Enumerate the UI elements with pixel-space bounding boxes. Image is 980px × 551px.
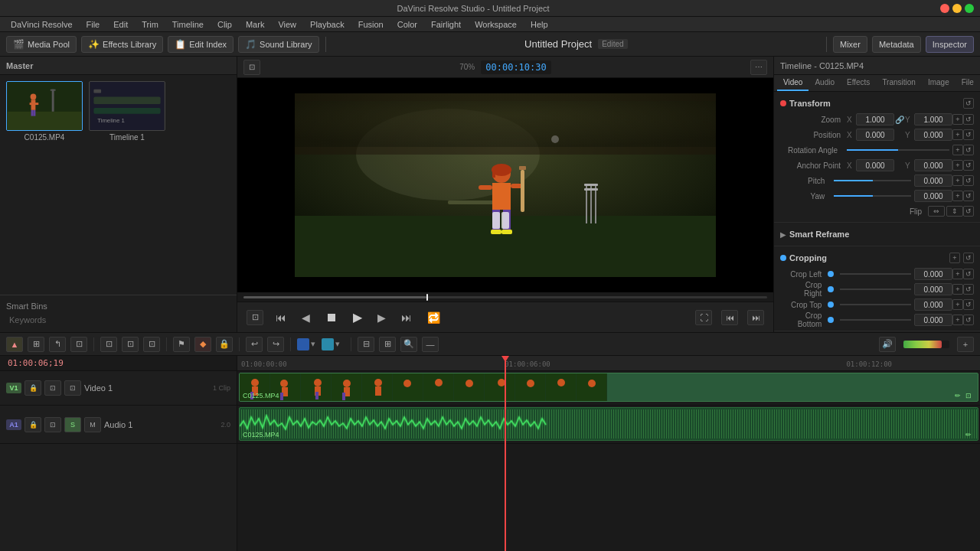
menu-davinci[interactable]: DaVinci Resolve	[5, 19, 79, 30]
tl-zoom-out-btn[interactable]: ⊟	[358, 337, 374, 352]
tl-zoom-in-btn[interactable]: ⊞	[379, 337, 396, 352]
scrubber-track[interactable]	[243, 296, 767, 298]
tl-search-btn[interactable]: 🔍	[400, 337, 417, 352]
v1-lock-btn[interactable]: 🔒	[24, 380, 41, 396]
tl-link-btn[interactable]: ↰	[49, 337, 66, 352]
preview-settings-btn[interactable]: ⋯	[750, 60, 767, 75]
menu-edit[interactable]: Edit	[107, 19, 134, 30]
zoom-plus-btn[interactable]: +	[952, 114, 963, 125]
media-pool-btn[interactable]: 🎬 Media Pool	[6, 36, 77, 53]
tl-slip-btn[interactable]: ⊡	[143, 337, 160, 352]
rotation-slider[interactable]	[847, 149, 949, 151]
tl-audio-meter-btn[interactable]: 🔊	[879, 337, 896, 352]
mixer-btn[interactable]: Mixer	[833, 36, 867, 53]
pitch-plus-btn[interactable]: +	[952, 175, 963, 186]
tl-menu-btn[interactable]: —	[422, 337, 439, 352]
anchor-x-value[interactable]: 0.000	[856, 159, 894, 171]
a1-s-btn[interactable]: S	[64, 417, 81, 432]
menu-trim[interactable]: Trim	[136, 19, 165, 30]
prev-clip-btn[interactable]: ⏮	[721, 310, 738, 325]
crop-bottom-slider[interactable]	[840, 319, 911, 321]
crop-top-plus-btn[interactable]: +	[952, 299, 963, 310]
flip-v-btn[interactable]: ⇕	[946, 206, 963, 217]
menu-playback[interactable]: Playback	[304, 19, 351, 30]
tab-video[interactable]: Video	[777, 75, 808, 91]
crop-bottom-reset-btn[interactable]: ↺	[963, 315, 974, 325]
v1-audio-btn[interactable]: ⊡	[64, 380, 81, 396]
tl-razor-btn[interactable]: ⊡	[122, 337, 139, 352]
effects-library-btn[interactable]: ✨ Effects Library	[81, 36, 163, 53]
crop-bottom-plus-btn[interactable]: +	[952, 315, 963, 325]
minimize-button[interactable]	[952, 4, 962, 13]
cropping-header[interactable]: Cropping + ↺	[780, 249, 974, 266]
crop-left-slider[interactable]	[840, 273, 911, 275]
yaw-value[interactable]: 0.000	[914, 190, 952, 202]
tab-audio[interactable]: Audio	[808, 75, 841, 91]
crop-top-reset-btn[interactable]: ↺	[963, 299, 974, 310]
position-x-value[interactable]: 0.000	[856, 129, 894, 141]
crop-left-plus-btn[interactable]: +	[952, 269, 963, 279]
rotation-plus-btn[interactable]: +	[952, 145, 963, 155]
menu-view[interactable]: View	[272, 19, 302, 30]
menu-file[interactable]: File	[80, 19, 106, 30]
pitch-slider[interactable]	[834, 180, 911, 181]
crop-right-value[interactable]: 0.000	[914, 283, 952, 295]
prev-frame-btn[interactable]: ◀	[299, 308, 313, 327]
menu-clip[interactable]: Clip	[211, 19, 238, 30]
tl-snapping-btn[interactable]: ⊞	[28, 337, 44, 352]
zoom-reset-btn[interactable]: ↺	[963, 114, 974, 125]
menu-timeline[interactable]: Timeline	[166, 19, 210, 30]
play-btn[interactable]: ▶	[350, 307, 365, 328]
tab-image[interactable]: Image	[922, 75, 956, 91]
sound-library-btn[interactable]: 🎵 Sound Library	[238, 36, 319, 53]
yaw-slider[interactable]	[834, 195, 911, 197]
a1-lock-btn[interactable]: 🔒	[24, 417, 41, 432]
goto-start-btn[interactable]: ⏮	[273, 308, 289, 327]
close-button[interactable]	[940, 4, 949, 13]
tl-marker-btn[interactable]: ◆	[194, 337, 211, 352]
yaw-plus-btn[interactable]: +	[952, 191, 963, 201]
pitch-reset-btn[interactable]: ↺	[963, 175, 974, 186]
stop-btn[interactable]: ⏹	[322, 308, 341, 328]
fullscreen-btn[interactable]: ⛶	[695, 310, 712, 325]
crop-right-reset-btn[interactable]: ↺	[963, 284, 974, 295]
tab-transition[interactable]: Transition	[876, 75, 922, 91]
media-thumb-c0125[interactable]: C0125.MP4	[6, 81, 83, 142]
position-y-value[interactable]: 0.000	[914, 129, 952, 141]
prev-in-btn[interactable]: ⊡	[247, 310, 263, 325]
position-plus-btn[interactable]: +	[952, 129, 963, 140]
anchor-y-value[interactable]: 0.000	[914, 159, 952, 171]
tl-undo-btn[interactable]: ↩	[246, 337, 263, 352]
menu-help[interactable]: Help	[524, 19, 554, 30]
next-clip-btn[interactable]: ⏭	[747, 310, 764, 325]
media-thumb-timeline1[interactable]: Timeline 1 Timeline 1	[89, 81, 165, 142]
flip-reset-btn[interactable]: ↺	[963, 206, 974, 217]
anchor-plus-btn[interactable]: +	[952, 160, 963, 171]
tl-trim-btn[interactable]: ⊡	[100, 337, 117, 352]
smart-reframe-header[interactable]: ▶ Smart Reframe	[780, 226, 974, 243]
menu-fairlight[interactable]: Fairlight	[425, 19, 467, 30]
audio-clip[interactable]: C0125.MP4 ✏	[239, 407, 978, 441]
crop-right-slider[interactable]	[840, 289, 911, 290]
inspector-btn[interactable]: Inspector	[926, 36, 974, 53]
pitch-value[interactable]: 0.000	[914, 174, 952, 187]
tl-select-btn[interactable]: ▲	[6, 337, 23, 352]
a1-settings-btn[interactable]: ⊡	[44, 417, 61, 432]
crop-bottom-value[interactable]: 0.000	[914, 314, 952, 326]
edit-index-btn[interactable]: 📋 Edit Index	[168, 36, 234, 53]
teal-marker[interactable]	[322, 338, 334, 350]
menu-color[interactable]: Color	[391, 19, 423, 30]
crop-top-value[interactable]: 0.000	[914, 298, 952, 311]
crop-right-plus-btn[interactable]: +	[952, 284, 963, 295]
preview-expand-btn[interactable]: ⊡	[243, 60, 260, 75]
crop-top-slider[interactable]	[840, 304, 911, 305]
zoom-y-value[interactable]: 1.000	[914, 113, 952, 126]
tl-insert-btn[interactable]: ⊡	[70, 337, 87, 352]
maximize-button[interactable]	[965, 4, 974, 13]
tl-add-track-btn[interactable]: +	[957, 337, 974, 352]
tl-redo-btn[interactable]: ↪	[267, 337, 284, 352]
loop-btn[interactable]: 🔁	[424, 308, 443, 327]
tl-playhead[interactable]	[505, 356, 506, 551]
video-clip[interactable]: C0125.MP4 ✏ ⊡	[239, 373, 978, 402]
blue-marker[interactable]	[297, 338, 309, 350]
